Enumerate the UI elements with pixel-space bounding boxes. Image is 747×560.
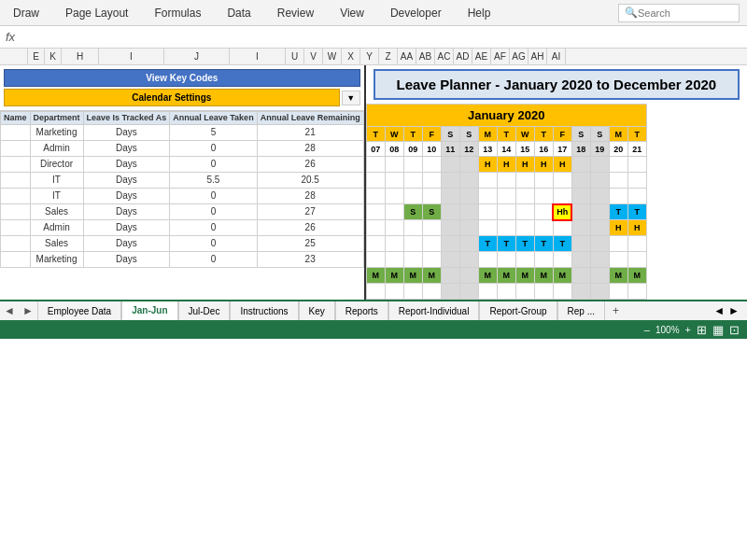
cal-cell-1-2	[403, 173, 422, 189]
cell-dept: Director	[30, 156, 83, 172]
tab-jul-dec[interactable]: Jul-Dec	[178, 301, 231, 320]
cal-cell-0-10: H	[553, 157, 571, 173]
col-w[interactable]: W	[323, 49, 342, 64]
cell-tracked: Days	[83, 219, 170, 235]
menu-view[interactable]: View	[334, 3, 370, 23]
layout-page[interactable]: ▦	[712, 323, 724, 337]
menu-help[interactable]: Help	[462, 3, 497, 23]
cal-cell-0-14	[627, 157, 646, 173]
cell-dept: Marketing	[30, 124, 83, 140]
dropdown-button[interactable]: ▼	[342, 91, 360, 105]
cal-cell-0-9: H	[534, 157, 553, 173]
cal-cell-3-2: S	[403, 204, 422, 220]
col-j[interactable]: J	[164, 49, 230, 64]
col-af[interactable]: AF	[491, 49, 510, 64]
col-ae[interactable]: AE	[472, 49, 491, 64]
col-v[interactable]: V	[304, 49, 323, 64]
day-num-5: 12	[459, 142, 478, 157]
table-row[interactable]: IT Days 0 28	[1, 188, 364, 203]
menu-formulas[interactable]: Formulas	[148, 3, 206, 23]
cal-cell-5-4	[441, 236, 459, 252]
col-k[interactable]: K	[45, 49, 62, 64]
col-i2[interactable]: I	[230, 49, 286, 64]
menu-developer[interactable]: Developer	[385, 3, 447, 23]
col-x[interactable]: X	[342, 49, 360, 64]
tab-instructions[interactable]: Instructions	[230, 301, 298, 320]
table-row[interactable]: Sales Days 0 25	[1, 235, 364, 251]
cal-cell-5-9: T	[534, 236, 553, 252]
tab-reports[interactable]: Reports	[335, 301, 388, 320]
cell-remaining: 23	[257, 251, 363, 267]
table-row[interactable]: Sales Days 0 27	[1, 203, 364, 219]
tab-nav-right[interactable]: ►	[19, 302, 37, 319]
tab-key[interactable]: Key	[299, 301, 335, 320]
cal-cell-6-5	[459, 252, 478, 268]
tab-employee-data[interactable]: Employee Data	[37, 301, 121, 320]
table-row[interactable]: Marketing Days 5 21	[1, 124, 364, 140]
content-area: View Key Codes Calendar Settings ▼ Name …	[0, 65, 747, 300]
menu-review[interactable]: Review	[272, 3, 319, 23]
cal-cell-3-5	[459, 204, 478, 220]
cal-cell-5-1	[385, 236, 403, 252]
cal-cell-5-0	[366, 236, 385, 252]
calendar-container[interactable]: January 2020 TWTFSSMTWTFSSMT 07080910111…	[366, 104, 747, 300]
table-row[interactable]: Admin Days 0 26	[1, 219, 364, 235]
zoom-in-icon[interactable]: +	[685, 324, 691, 335]
day-week-1: W	[385, 127, 403, 142]
zoom-icon[interactable]: –	[644, 324, 650, 335]
table-row[interactable]: Marketing Days 0 23	[1, 251, 364, 267]
new-sheet-btn[interactable]: +	[609, 302, 623, 319]
col-u[interactable]: U	[286, 49, 304, 64]
cell-taken: 0	[170, 203, 257, 219]
cal-cell-1-11	[571, 173, 590, 189]
col-ac[interactable]: AC	[435, 49, 454, 64]
table-row[interactable]: Director Days 0 26	[1, 156, 364, 172]
tab-report-individual[interactable]: Report-Individual	[388, 301, 480, 320]
fx-label: fx	[6, 30, 15, 44]
col-ad[interactable]: AD	[454, 49, 472, 64]
calendar-title: Leave Planner - January 2020 to December…	[374, 69, 740, 100]
search-box[interactable]: 🔍	[618, 4, 740, 22]
day-num-9: 16	[534, 142, 553, 157]
cal-cell-0-4	[441, 157, 459, 173]
calendar-settings-button[interactable]: Calendar Settings	[4, 89, 340, 106]
col-i[interactable]: I	[99, 49, 164, 64]
cal-cell-7-10: M	[553, 268, 571, 284]
col-ah[interactable]: AH	[529, 49, 547, 64]
col-ai[interactable]: AI	[547, 49, 566, 64]
col-y[interactable]: Y	[360, 49, 379, 64]
cal-cell-2-4	[441, 189, 459, 204]
table-row[interactable]: IT Days 5.5 20.5	[1, 172, 364, 188]
cal-cell-2-11	[571, 189, 590, 204]
col-h[interactable]: H	[62, 49, 99, 64]
cal-cell-3-3: S	[422, 204, 441, 220]
cal-cell-0-2	[403, 157, 422, 173]
formula-input[interactable]	[21, 32, 741, 43]
scroll-left-btn[interactable]: ◄	[713, 304, 725, 317]
cal-cell-7-0: M	[366, 268, 385, 284]
menu-page-layout[interactable]: Page Layout	[60, 3, 134, 23]
menu-data[interactable]: Data	[221, 3, 256, 23]
day-num-4: 11	[441, 142, 459, 157]
col-aa[interactable]: AA	[398, 49, 416, 64]
view-key-codes-button[interactable]: View Key Codes	[4, 69, 360, 87]
tab-report-group[interactable]: Report-Group	[479, 301, 557, 320]
cal-cell-4-0	[366, 220, 385, 236]
day-num-1: 08	[385, 142, 403, 157]
tab-nav-left[interactable]: ◄	[0, 302, 19, 319]
table-row[interactable]: Admin Days 0 28	[1, 140, 364, 156]
cell-taken: 0	[170, 219, 257, 235]
col-ab[interactable]: AB	[416, 49, 435, 64]
cell-name	[1, 251, 31, 267]
layout-normal[interactable]: ⊞	[697, 323, 707, 337]
menu-draw[interactable]: Draw	[7, 3, 45, 23]
tab-rep-[interactable]: Rep ...	[557, 301, 605, 320]
col-z[interactable]: Z	[379, 49, 398, 64]
day-num-10: 17	[553, 142, 571, 157]
tab-jan-jun[interactable]: Jan-Jun	[121, 301, 177, 320]
col-ag[interactable]: AG	[510, 49, 529, 64]
search-input[interactable]	[638, 7, 733, 19]
layout-break[interactable]: ⊡	[729, 323, 740, 337]
scroll-right-btn[interactable]: ►	[728, 304, 740, 317]
col-e[interactable]: E	[28, 49, 45, 64]
